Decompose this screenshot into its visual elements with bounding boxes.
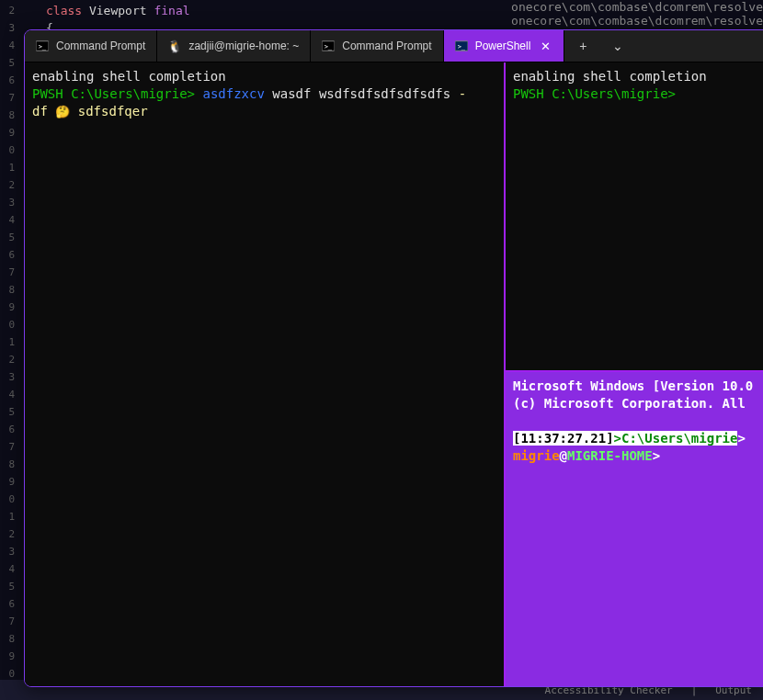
- prompt-gt2: >: [737, 431, 745, 446]
- line-number: 8: [0, 630, 15, 648]
- timestamp: [11:37:27.21]: [513, 431, 614, 446]
- prompt-path: C:\Users\migrie: [621, 431, 737, 446]
- svg-text:>_: >_: [457, 43, 465, 51]
- line-number: 3: [0, 368, 15, 386]
- pane-right-bottom[interactable]: Microsoft Windows [Version 10.0 (c) Micr…: [506, 372, 763, 686]
- tab-label: zadjii@migrie-home: ~: [188, 40, 299, 52]
- command-cont2: sdfsdfqer: [78, 104, 148, 119]
- tab-bar: >_Command Prompt🐧zadjii@migrie-home: ~>_…: [25, 30, 763, 62]
- prompt-host: MIGRIE-HOME: [567, 448, 653, 463]
- prompt: PWSH C:\Users\migrie>: [513, 85, 757, 103]
- pane-left[interactable]: enabling shell completion PWSH C:\Users\…: [25, 62, 506, 686]
- line-number: 8: [0, 281, 15, 299]
- prompt: PWSH C:\Users\migrie>: [32, 86, 195, 101]
- line-number: 8: [0, 456, 15, 473]
- line-number: 7: [0, 264, 15, 281]
- line-number: 9: [0, 124, 15, 141]
- keyword-class: class: [46, 4, 82, 17]
- line-number: 4: [0, 560, 15, 578]
- cmd-icon: >_: [322, 40, 335, 52]
- pane-right-column: enabling shell completion PWSH C:\Users\…: [506, 62, 763, 686]
- pane-right-top[interactable]: enabling shell completion PWSH C:\Users\…: [506, 62, 763, 372]
- line-number: 6: [0, 72, 15, 89]
- line-number: 7: [0, 438, 15, 456]
- line-number: 5: [0, 578, 15, 595]
- terminal-window: >_Command Prompt🐧zadjii@migrie-home: ~>_…: [24, 29, 763, 687]
- line-number: 5: [0, 403, 15, 421]
- line-number: 0: [0, 141, 15, 159]
- line-number: 4: [0, 37, 15, 54]
- tab-label: Command Prompt: [56, 40, 145, 52]
- tab-powershell[interactable]: >_PowerShell✕: [444, 30, 565, 62]
- line-number: 9: [0, 299, 15, 316]
- line-number: 2: [0, 2, 15, 19]
- terminal-panes: enabling shell completion PWSH C:\Users\…: [25, 62, 763, 686]
- prompt-user: migrie: [513, 448, 560, 463]
- thinking-emoji-icon: 🤔: [55, 105, 70, 119]
- line-number: 6: [0, 421, 15, 438]
- winver-line: Microsoft Windows [Version 10.0: [513, 378, 757, 395]
- command-cont: df: [32, 104, 55, 119]
- line-number: 7: [0, 613, 15, 630]
- tabbar-actions: +⌄: [574, 30, 627, 62]
- line-number: 7: [0, 89, 15, 107]
- log-path-line: onecore\com\combase\dcomrem\resolve: [511, 14, 763, 28]
- line-number: 1: [0, 508, 15, 525]
- powershell-icon: >_: [455, 40, 468, 52]
- prompt-gt3: >: [653, 448, 660, 463]
- command-token: asdfzxcv: [202, 86, 264, 101]
- line-number: 5: [0, 54, 15, 72]
- tab-label: PowerShell: [475, 40, 531, 52]
- tab-command-prompt[interactable]: >_Command Prompt: [311, 30, 443, 62]
- line-number: 9: [0, 473, 15, 491]
- line-number: 3: [0, 543, 15, 560]
- prompt-gt: >: [614, 431, 621, 446]
- line-number: 9: [0, 648, 15, 665]
- svg-text:>_: >_: [39, 43, 47, 51]
- line-number: 2: [0, 351, 15, 368]
- editor-right-log: onecore\com\combase\dcomrem\resolveoneco…: [511, 0, 763, 28]
- log-path-line: onecore\com\combase\dcomrem\resolve: [511, 0, 763, 14]
- line-number: 5: [0, 229, 15, 246]
- line-number: 6: [0, 595, 15, 613]
- close-icon[interactable]: ✕: [538, 39, 552, 53]
- tab-dropdown-icon[interactable]: ⌄: [609, 39, 627, 53]
- tab-zadjii-migrie-home-[interactable]: 🐧zadjii@migrie-home: ~: [157, 30, 311, 62]
- line-number: 0: [0, 316, 15, 333]
- line-number: 3: [0, 19, 15, 37]
- type-name: Viewport: [89, 4, 147, 17]
- tab-label: Command Prompt: [342, 40, 431, 52]
- line-number: 2: [0, 176, 15, 194]
- line-number: 6: [0, 246, 15, 264]
- command-args: wasdf wsdfsdfsdfsdfsdfs: [272, 86, 450, 101]
- line-number: 2: [0, 525, 15, 543]
- line-number: 0: [0, 491, 15, 508]
- keyword-final: final: [154, 4, 189, 17]
- svg-text:>_: >_: [325, 43, 333, 51]
- command-dash: -: [459, 86, 466, 101]
- tab-command-prompt[interactable]: >_Command Prompt: [25, 30, 157, 62]
- line-number: 1: [0, 159, 15, 176]
- line-number: 4: [0, 386, 15, 403]
- line-number: 4: [0, 211, 15, 229]
- line-number: 1: [0, 333, 15, 351]
- copyright-line: (c) Microsoft Corporation. All: [513, 395, 757, 412]
- line-number: 3: [0, 194, 15, 211]
- line-number-gutter: 234567890123456789012345678901234567890: [0, 0, 18, 700]
- shell-line: enabling shell completion: [32, 68, 496, 85]
- cmd-icon: >_: [36, 40, 49, 52]
- line-number: 8: [0, 107, 15, 124]
- new-tab-button[interactable]: +: [574, 39, 592, 53]
- tux-icon: 🐧: [168, 40, 181, 52]
- prompt-at: @: [560, 448, 567, 463]
- shell-line: enabling shell completion: [513, 68, 757, 85]
